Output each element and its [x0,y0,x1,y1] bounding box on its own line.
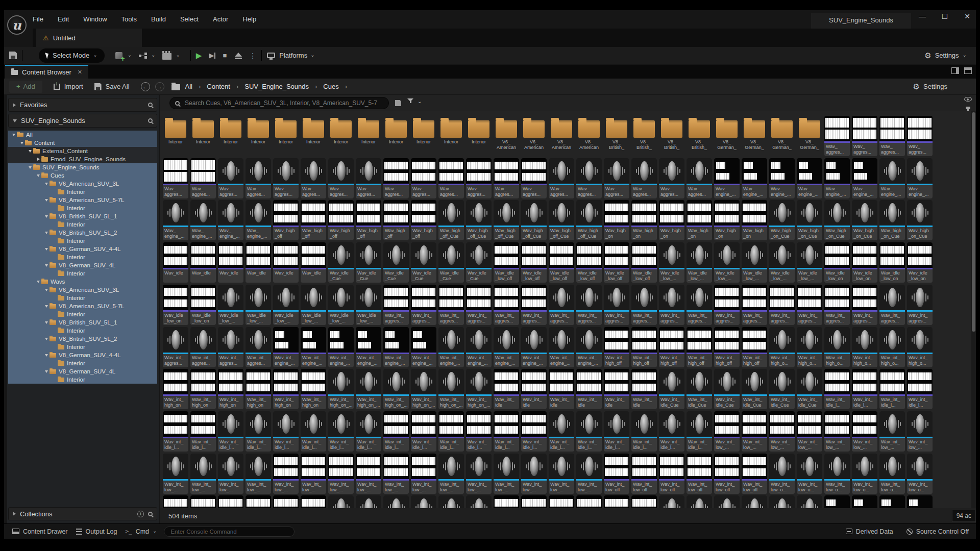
sound-wave-tile[interactable]: Wav_ aggres... [411,158,436,198]
sound-cue-tile[interactable]: Wav_int_ aggres... [218,327,243,367]
sound-wave-tile[interactable]: Wav_idle _low_on [852,242,877,283]
tree-item-v8_british_suv_5l_1[interactable]: V8_British_SUV_5L_1 [8,318,157,327]
cmd-dropdown[interactable]: >_ Cmd ⌄ [125,528,157,535]
sound-wave-tile[interactable]: Wav_int_ low_... [273,454,299,494]
sound-wave-tile[interactable]: Wav_idle _low_off [521,242,547,283]
sound-wave-tile[interactable]: Wav_int_ low_off [659,454,684,494]
sound-wave-tile[interactable]: Wav_int_ low_... [714,411,740,452]
sound-wave-tile[interactable] [494,495,519,508]
view-options-eye-icon[interactable] [964,97,972,102]
sound-cue-tile[interactable]: Wav_idle _Cue [383,242,409,283]
tree-item-interior[interactable]: Interior [8,310,157,318]
platforms-dropdown[interactable]: Platforms [279,52,307,59]
sound-cue-tile[interactable]: Wav_int_ aggres... [879,285,905,325]
sound-wave-tile[interactable]: Wav_int_ low_off [687,454,712,494]
sound-cue-tile[interactable]: Wav_idle _low_... [797,242,822,283]
sound-cue-tile[interactable]: Wav_int_ aggres... [163,327,188,367]
sound-cue-tile[interactable] [769,495,795,508]
maximize-button[interactable]: ☐ [939,12,950,20]
sound-wave-tile[interactable] [824,495,850,508]
sound-wave-tile[interactable]: Wav_high _on [687,200,712,240]
sound-cue-tile[interactable]: Wav_ aggres... [549,158,574,198]
menu-select[interactable]: Select [180,15,199,23]
sound-wave-tile[interactable]: Wav_int_ idle [604,369,629,409]
sound-wave-tile[interactable]: Wav_int_ idle [549,369,574,409]
sound-wave-tile[interactable]: Wav_idle [273,242,299,283]
tree-item-content[interactable]: Content [8,139,157,147]
sound-cue-tile[interactable]: Wav_ engine_... [879,158,905,198]
sound-wave-tile[interactable]: Wav_int_ low_... [824,411,850,452]
sound-cue-tile[interactable]: Wav_int_ high_o... [824,327,850,367]
sound-wave-tile[interactable]: Wav_idle _low_off [549,242,574,283]
sound-cue-tile[interactable]: Wav_int_ aggres... [659,285,684,325]
sound-wave-tile[interactable]: Wav_int_ low_... [852,411,877,452]
tree-item-interior[interactable]: Interior [8,237,157,245]
sound-cue-tile[interactable]: Wav_idle _low_... [742,242,767,283]
sidebar-layout-icon[interactable] [951,67,959,74]
folder-tile[interactable]: V6_ American [521,116,547,156]
breadcrumb-item[interactable]: All [185,83,192,90]
sound-wave-tile[interactable]: Wav_int_ idle_l... [163,411,188,452]
back-button[interactable]: ← [141,82,150,91]
sound-cue-tile[interactable]: Wav_int_ low_... [549,454,574,494]
sound-cue-tile[interactable]: Wav_ aggres... [687,158,712,198]
sound-cue-tile[interactable]: Wav_int_ idle_Cue [659,369,684,409]
sound-wave-tile[interactable]: Wav_high _off [273,200,299,240]
folder-tile[interactable]: Interior [328,116,354,156]
folder-tile[interactable]: V8_ British_ [687,116,712,156]
sound-wave-tile[interactable]: Wav_ engine_... [824,158,850,198]
sound-cue-tile[interactable]: Wav_int_ aggres... [246,327,271,367]
folder-tile[interactable]: V8_ German_ [797,116,822,156]
sound-wave-tile[interactable]: Wav_int_ idle_l... [438,411,464,452]
folder-tile[interactable]: Interior [466,116,492,156]
sound-cue-tile[interactable]: Wav_int_ aggres... [576,285,602,325]
sound-wave-tile[interactable]: Wav_int_ high_off [714,327,740,367]
cinematics-icon[interactable] [162,53,172,60]
sound-wave-tile[interactable]: Wav_int_ engine_... [356,327,381,367]
sound-wave-tile[interactable]: Wav_int_ aggres... [411,285,436,325]
sound-wave-tile[interactable]: Wav_ aggres... [852,116,877,156]
sound-cue-tile[interactable]: Wav_high _off_Cue [576,200,602,240]
sound-wave-tile[interactable]: Wav_int_ low_... [356,454,381,494]
search-icon[interactable] [148,118,153,123]
sound-cue-tile[interactable]: Wav_int_ low_o... [824,454,850,494]
sound-cue-tile[interactable]: Wav_ engine_... [218,200,243,240]
filter-icon[interactable] [407,98,413,110]
tree-item-v6_american_suv_3l[interactable]: V6_American_SUV_3L [8,286,157,294]
scrollbar-thumb[interactable] [972,112,975,332]
sound-wave-tile[interactable]: Wav_int_ aggres... [494,285,519,325]
sound-wave-tile[interactable]: Wav_int_ engine_... [383,327,409,367]
tree-item-v8_german_suv_4l[interactable]: V8_German_SUV_4L [8,367,157,375]
tree-item-interior[interactable]: Interior [8,220,157,229]
folder-tile[interactable]: V8_ British_ [631,116,657,156]
tree-item-interior[interactable]: Interior [8,204,157,212]
sound-cue-tile[interactable]: Wav_int_ low_o... [769,454,795,494]
tree-item-interior[interactable]: Interior [8,253,157,261]
sound-cue-tile[interactable]: Wav_idle _Cue [411,242,436,283]
sound-wave-tile[interactable]: Wav_int_ idle_l... [521,411,547,452]
unreal-logo-icon[interactable]: u [7,15,27,35]
sound-wave-tile[interactable]: Wav_ aggres... [383,158,409,198]
console-input[interactable] [169,528,289,535]
sound-wave-tile[interactable]: Wav_int_ idle [521,369,547,409]
sound-wave-tile[interactable]: Wav_idle [301,242,326,283]
folder-tile[interactable]: Interior [383,116,409,156]
sound-wave-tile[interactable]: Wav_idle [163,242,188,283]
sound-wave-tile[interactable]: Wav_int_ high_off [687,327,712,367]
sound-wave-tile[interactable]: Wav_int_ idle_l... [907,369,933,409]
sound-cue-tile[interactable]: Wav_int_ idle_l... [301,411,326,452]
sound-wave-tile[interactable]: Wav_int_ idle [631,369,657,409]
sound-wave-tile[interactable]: Wav_ aggres... [438,158,464,198]
sound-wave-tile[interactable]: Wav_int_ low_... [301,454,326,494]
sound-wave-tile[interactable]: Wav_int_ aggres... [797,285,822,325]
save-all-button[interactable]: Save All [106,83,130,90]
tree-item-interior[interactable]: Interior [8,327,157,335]
sound-cue-tile[interactable]: Wav_int_ engine_... [466,327,492,367]
sound-cue-tile[interactable]: Wav_int_ idle_l... [246,411,271,452]
sound-cue-tile[interactable]: Wav_idle _low_... [328,285,354,325]
project-root-header[interactable]: SUV_Engine_Sounds [8,114,157,128]
chevron-down-icon[interactable]: ⌄ [151,52,155,58]
sound-cue-tile[interactable]: Wav_int_ low_o... [852,454,877,494]
sound-wave-tile[interactable]: Wav_int_ high_on [273,369,299,409]
menu-actor[interactable]: Actor [213,15,228,23]
